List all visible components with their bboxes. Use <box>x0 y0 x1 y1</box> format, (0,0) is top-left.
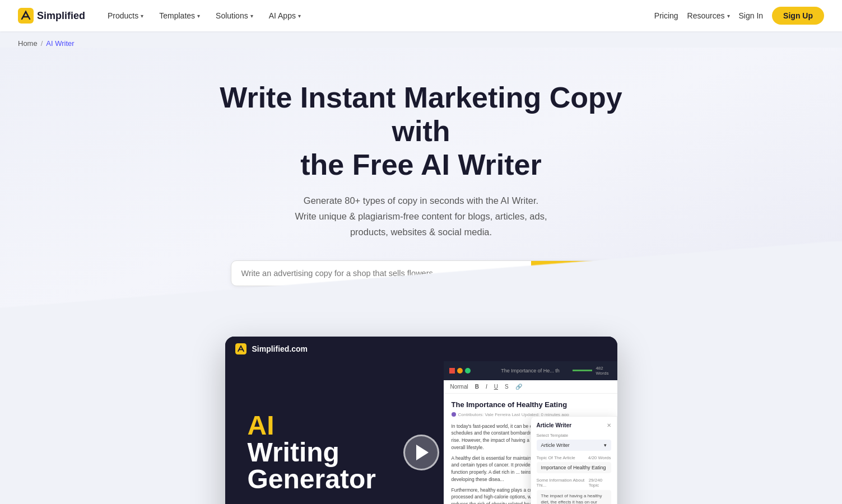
video-logo-icon <box>235 343 246 354</box>
format-italic[interactable]: I <box>483 382 490 391</box>
ai-writer-panel: Article Writer ✕ Select Template Article… <box>531 416 617 504</box>
ai-topic-row: Topic Of The Article 4/20 Words <box>537 455 611 460</box>
nav-links: Products ▾ Templates ▾ Solutions ▾ AI Ap… <box>101 8 654 24</box>
doc-toolbar: The Importance of He... th 482 Words <box>444 361 617 380</box>
video-left-panel: AI Writing Generator <box>225 361 444 504</box>
nav-item-solutions[interactable]: Solutions ▾ <box>209 8 260 24</box>
chevron-down-icon: ▾ <box>298 13 301 19</box>
nav-item-aiapps[interactable]: AI Apps ▾ <box>262 8 308 24</box>
chevron-down-icon: ▾ <box>197 13 200 19</box>
video-container: Simplified.com AI Writing Generator <box>225 337 617 504</box>
navbar: Simplified Products ▾ Templates ▾ Soluti… <box>0 0 842 31</box>
logo[interactable]: Simplified <box>18 8 85 24</box>
format-strikethrough[interactable]: S <box>503 382 511 391</box>
hero-headline: Write Instant Marketing Copy with the Fr… <box>208 81 634 181</box>
nav-signup-button[interactable]: Sign Up <box>772 7 824 25</box>
nav-item-products[interactable]: Products ▾ <box>101 8 150 24</box>
contributor-dot <box>452 412 456 417</box>
ai-topic-input[interactable]: Importance of Healthy Eating <box>537 462 611 473</box>
close-icon[interactable]: ✕ <box>607 422 611 428</box>
progress-bar <box>573 370 592 371</box>
breadcrumb-home[interactable]: Home <box>18 39 38 48</box>
svg-rect-1 <box>235 343 246 354</box>
ai-template-select[interactable]: Article Writer ▾ <box>537 440 611 451</box>
video-section: Simplified.com AI Writing Generator <box>0 309 842 504</box>
search-bar: ✦ Generate <box>231 260 612 286</box>
doc-content: The Importance of Healthy Eating Contrib… <box>444 394 617 504</box>
svg-rect-0 <box>18 8 34 24</box>
wand-icon: ✦ <box>547 268 554 278</box>
logo-icon <box>18 8 34 24</box>
chevron-down-icon: ▾ <box>141 13 143 19</box>
doc-filename: The Importance of He... th <box>491 368 569 374</box>
maximize-icon <box>465 368 471 374</box>
format-link[interactable]: 🔗 <box>513 382 524 391</box>
video-ai-label: AI <box>248 412 275 439</box>
ai-textarea[interactable]: The impact of having a healthy diet, the… <box>537 490 611 504</box>
ai-panel-title: Article Writer <box>537 422 572 428</box>
nav-right: Pricing Resources ▾ Sign In Sign Up <box>654 7 824 25</box>
breadcrumb-current: AI Writer <box>46 39 74 48</box>
format-normal[interactable]: Normal <box>448 382 471 391</box>
ai-select-label: Select Template <box>537 433 611 438</box>
minimize-icon <box>457 368 463 374</box>
search-input[interactable] <box>231 261 532 286</box>
chevron-down-icon: ▾ <box>604 442 607 448</box>
nav-signin[interactable]: Sign In <box>739 11 764 20</box>
hero-section: Write Instant Marketing Copy with the Fr… <box>0 48 842 309</box>
generate-button[interactable]: ✦ Generate <box>531 261 611 286</box>
nav-resources[interactable]: Resources ▾ <box>687 11 730 20</box>
ai-panel-header: Article Writer ✕ <box>537 422 611 428</box>
nav-pricing[interactable]: Pricing <box>654 11 678 20</box>
ai-info-row: Some Information About Thi... 29/240 Top… <box>537 478 611 488</box>
video-logo-text: Simplified.com <box>252 344 308 353</box>
video-inner: AI Writing Generator The Importance of H… <box>225 361 617 504</box>
logo-text: Simplified <box>37 10 85 22</box>
breadcrumb-separator: / <box>41 39 43 48</box>
word-count: 482 Words <box>596 366 611 376</box>
video-top-bar: Simplified.com <box>225 337 617 361</box>
chevron-down-icon: ▾ <box>727 13 730 19</box>
doc-format-bar: Normal B I U S 🔗 <box>444 380 617 394</box>
breadcrumb: Home / AI Writer <box>0 31 842 48</box>
chevron-down-icon: ▾ <box>250 13 253 19</box>
nav-item-templates[interactable]: Templates ▾ <box>152 8 207 24</box>
hero-subtext: Generate 80+ types of copy in seconds wi… <box>264 193 578 240</box>
play-button[interactable] <box>403 435 439 470</box>
video-document-panel: The Importance of He... th 482 Words Nor… <box>444 361 617 504</box>
close-icon <box>449 368 455 374</box>
format-underline[interactable]: U <box>492 382 500 391</box>
video-writing-label: Writing <box>248 439 339 466</box>
video-generator-label: Generator <box>248 466 376 493</box>
doc-heading: The Importance of Healthy Eating <box>452 400 610 409</box>
format-bold[interactable]: B <box>473 382 481 391</box>
play-triangle-icon <box>416 445 429 460</box>
